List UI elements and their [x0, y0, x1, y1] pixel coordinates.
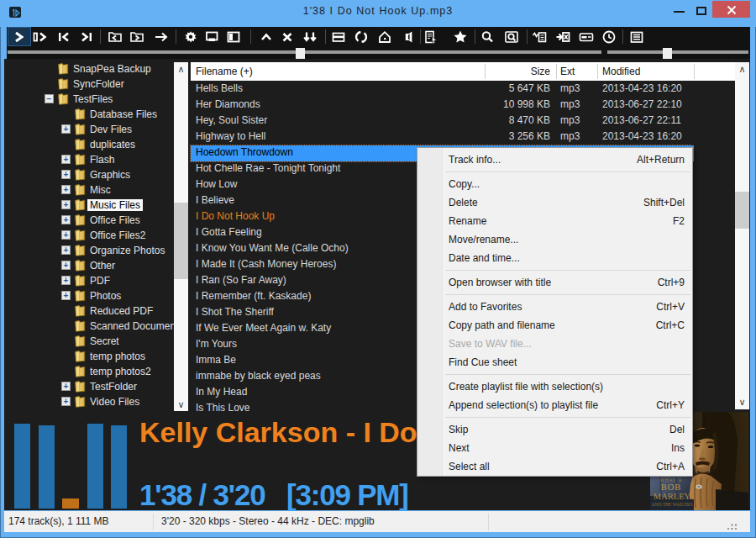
svg-text:BOB: BOB	[661, 483, 682, 492]
svg-text:AND THE WAILERS: AND THE WAILERS	[652, 502, 693, 507]
svg-text:MARLEY: MARLEY	[654, 492, 691, 501]
